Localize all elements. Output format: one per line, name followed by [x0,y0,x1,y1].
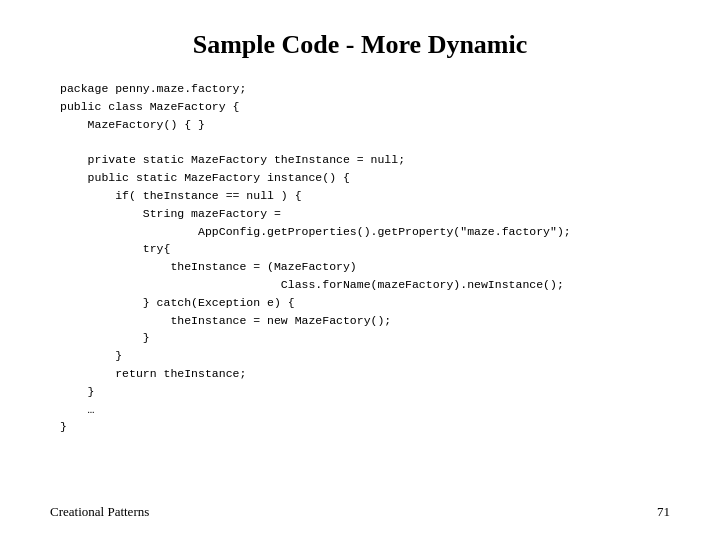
footer-left: Creational Patterns [50,504,149,520]
footer: Creational Patterns 71 [50,504,670,520]
footer-right: 71 [657,504,670,520]
slide-title: Sample Code - More Dynamic [50,30,670,60]
slide: Sample Code - More Dynamic package penny… [0,0,720,540]
code-block: package penny.maze.factory; public class… [60,80,670,436]
